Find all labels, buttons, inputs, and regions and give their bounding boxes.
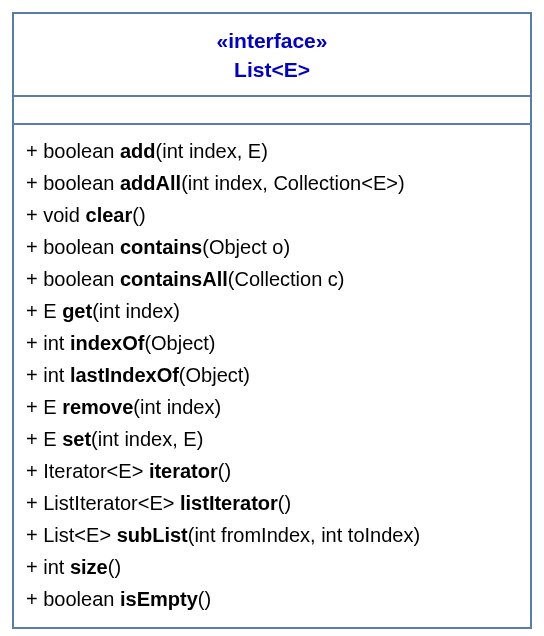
method-name: size (70, 556, 108, 578)
method-name: indexOf (70, 332, 144, 354)
method-params: (Object) (144, 332, 215, 354)
method-visibility: + (26, 172, 38, 194)
method-return-type: E (43, 300, 56, 322)
method-params: (int index) (92, 300, 180, 322)
method-return-type: List<E> (43, 524, 111, 546)
method-params: (Object) (179, 364, 250, 386)
method-visibility: + (26, 428, 38, 450)
method-return-type: ListIterator<E> (43, 492, 174, 514)
method-row: + List<E> subList(int fromIndex, int toI… (26, 519, 518, 551)
method-params: () (198, 588, 211, 610)
method-return-type: int (43, 556, 64, 578)
method-row: + int indexOf(Object) (26, 327, 518, 359)
uml-attributes-section (14, 97, 530, 125)
method-name: iterator (149, 460, 218, 482)
method-visibility: + (26, 556, 38, 578)
method-return-type: Iterator<E> (43, 460, 143, 482)
method-row: + void clear() (26, 199, 518, 231)
method-name: listIterator (180, 492, 278, 514)
method-visibility: + (26, 364, 38, 386)
method-name: get (62, 300, 92, 322)
method-visibility: + (26, 204, 38, 226)
method-visibility: + (26, 268, 38, 290)
method-return-type: int (43, 364, 64, 386)
method-return-type: E (43, 428, 56, 450)
method-visibility: + (26, 236, 38, 258)
method-name: remove (62, 396, 133, 418)
method-params: (int fromIndex, int toIndex) (188, 524, 420, 546)
method-row: + boolean add(int index, E) (26, 135, 518, 167)
method-params: () (278, 492, 291, 514)
uml-interface-box: «interface» List<E> + boolean add(int in… (12, 12, 532, 629)
method-return-type: int (43, 332, 64, 354)
method-row: + ListIterator<E> listIterator() (26, 487, 518, 519)
method-name: subList (117, 524, 188, 546)
method-row: + int size() (26, 551, 518, 583)
method-return-type: boolean (43, 268, 114, 290)
method-visibility: + (26, 140, 38, 162)
method-row: + E set(int index, E) (26, 423, 518, 455)
method-params: (int index, Collection<E>) (181, 172, 404, 194)
method-row: + boolean isEmpty() (26, 583, 518, 615)
method-return-type: boolean (43, 588, 114, 610)
method-return-type: E (43, 396, 56, 418)
method-name: isEmpty (120, 588, 198, 610)
method-return-type: boolean (43, 140, 114, 162)
method-row: + Iterator<E> iterator() (26, 455, 518, 487)
method-visibility: + (26, 460, 38, 482)
method-name: contains (120, 236, 202, 258)
method-visibility: + (26, 588, 38, 610)
method-row: + boolean addAll(int index, Collection<E… (26, 167, 518, 199)
method-params: (int index, E) (91, 428, 203, 450)
method-visibility: + (26, 300, 38, 322)
stereotype-label: «interface» (14, 26, 530, 55)
method-return-type: boolean (43, 236, 114, 258)
uml-methods-section: + boolean add(int index, E)+ boolean add… (14, 125, 530, 627)
method-return-type: void (43, 204, 80, 226)
method-name: addAll (120, 172, 181, 194)
method-visibility: + (26, 492, 38, 514)
method-params: (Collection c) (228, 268, 345, 290)
method-params: (int index) (133, 396, 221, 418)
method-visibility: + (26, 524, 38, 546)
method-params: () (108, 556, 121, 578)
method-name: lastIndexOf (70, 364, 179, 386)
method-name: set (62, 428, 91, 450)
method-params: () (218, 460, 231, 482)
method-row: + E remove(int index) (26, 391, 518, 423)
method-return-type: boolean (43, 172, 114, 194)
method-name: containsAll (120, 268, 228, 290)
uml-header: «interface» List<E> (14, 14, 530, 97)
method-params: (int index, E) (156, 140, 268, 162)
method-visibility: + (26, 332, 38, 354)
method-row: + boolean containsAll(Collection c) (26, 263, 518, 295)
method-row: + E get(int index) (26, 295, 518, 327)
method-name: clear (86, 204, 133, 226)
method-row: + boolean contains(Object o) (26, 231, 518, 263)
method-params: () (132, 204, 145, 226)
method-name: add (120, 140, 156, 162)
interface-name: List<E> (14, 55, 530, 84)
method-params: (Object o) (202, 236, 290, 258)
method-row: + int lastIndexOf(Object) (26, 359, 518, 391)
method-visibility: + (26, 396, 38, 418)
